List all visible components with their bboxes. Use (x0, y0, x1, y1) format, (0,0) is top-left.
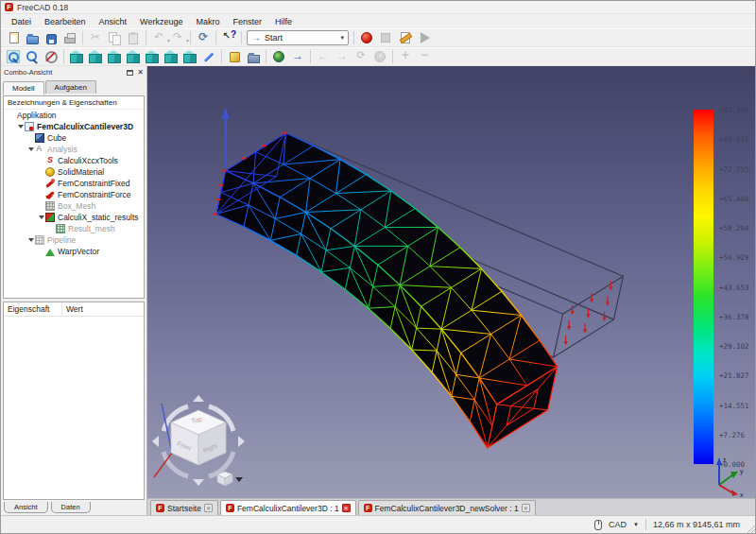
close-tab-icon[interactable]: ✕ (342, 504, 351, 512)
macro-edit-icon (401, 32, 410, 43)
view-axonometric-button[interactable] (67, 48, 86, 65)
mdi-tab-0[interactable]: FStartseite✕ (150, 500, 218, 515)
tree-item-box_mesh[interactable]: Box_Mesh (4, 200, 144, 212)
chevron-down-icon[interactable] (37, 215, 45, 219)
mdi-tab-1[interactable]: FFemCalculixCantilever3D : 1✕ (220, 500, 356, 515)
nav-forward-icon (335, 50, 349, 63)
tab-aufgaben[interactable]: Aufgaben (45, 80, 96, 94)
redo-button[interactable] (168, 29, 187, 46)
view-right-button[interactable] (124, 48, 143, 65)
measure-button[interactable] (199, 48, 218, 65)
nav-stop-button[interactable] (370, 48, 389, 65)
menu-ansicht[interactable]: Ansicht (93, 16, 134, 27)
nav-style-caret-icon[interactable]: ▼ (633, 522, 639, 527)
nav-forward-button[interactable] (333, 48, 352, 65)
tab-daten[interactable]: Daten (51, 502, 91, 513)
print-button[interactable] (60, 29, 79, 46)
view-top-icon (108, 50, 121, 63)
view-bottom-button[interactable] (162, 48, 180, 65)
statusbar-separator (645, 519, 646, 530)
nav-back-button[interactable] (314, 48, 333, 65)
colorbar-label: +14.551 (719, 401, 749, 409)
chevron-down-icon[interactable] (16, 125, 25, 129)
menu-datei[interactable]: Datei (5, 16, 38, 27)
cut-button[interactable] (86, 29, 105, 46)
macro-play-button[interactable] (414, 29, 433, 46)
main-area: Combo-Ansicht ✕ Modell Aufgaben Bezeichn… (1, 66, 755, 515)
navigation-cube[interactable]: Top Front Right (151, 394, 246, 489)
view-rear-button[interactable] (143, 48, 162, 65)
menu-hilfe[interactable]: Hilfe (268, 16, 299, 27)
open-folder-button[interactable] (244, 48, 263, 65)
new-file-button[interactable] (4, 29, 23, 46)
nav-style-label[interactable]: CAD (609, 520, 627, 529)
web-home-button[interactable] (269, 48, 288, 65)
refresh-button[interactable] (194, 29, 213, 46)
pipeline-icon (35, 235, 44, 245)
x-axis (719, 485, 733, 493)
tree-item-calculixccxtools[interactable]: CalculiXccxTools (4, 155, 144, 166)
zoom-select-button[interactable] (23, 48, 42, 65)
combo-view-titlebar: Combo-Ansicht ✕ (1, 66, 146, 78)
float-panel-icon[interactable] (127, 70, 133, 76)
close-tab-icon[interactable]: ✕ (204, 504, 213, 512)
tree-item-applikation[interactable]: Applikation (4, 110, 144, 121)
nav-cube-menu-caret[interactable] (235, 477, 243, 482)
colorbar-label: +58.204 (719, 224, 749, 233)
open-start-button[interactable] (225, 48, 244, 65)
close-tab-icon[interactable]: ✕ (522, 504, 530, 512)
menubar: DateiBearbeitenAnsichtWerkzeugeMakroFens… (1, 14, 755, 28)
nav-arrow-right[interactable] (238, 436, 245, 447)
tab-ansicht[interactable]: Ansicht (4, 502, 48, 513)
draw-style-button[interactable] (42, 48, 60, 65)
workbench-selector[interactable]: → Start ▾ (247, 30, 349, 45)
tree-header: Bezeichnungen & Eigenschaften (4, 96, 144, 110)
menu-fenster[interactable]: Fenster (226, 16, 268, 27)
chevron-down-icon: ▾ (340, 34, 344, 42)
mdi-tab-2[interactable]: FFemCalculixCantilever3D_newSolver : 1✕ (358, 500, 536, 515)
whats-this-button[interactable] (219, 29, 238, 46)
nav-arrow-left[interactable] (152, 436, 159, 447)
tree-item-analysis[interactable]: Analysis (4, 144, 144, 155)
tree-item-warpvector[interactable]: WarpVector (4, 246, 144, 257)
copy-button[interactable] (105, 29, 124, 46)
toolbar-standard (4, 29, 238, 46)
combo-view-tabs: Modell Aufgaben (1, 78, 146, 94)
close-panel-icon[interactable]: ✕ (137, 69, 144, 77)
view-left-button[interactable] (180, 48, 199, 65)
undo-button[interactable] (149, 29, 168, 46)
macro-edit-button[interactable] (395, 29, 414, 46)
macro-stop-button[interactable] (376, 29, 395, 46)
menu-werkzeuge[interactable]: Werkzeuge (133, 16, 189, 27)
menu-bearbeiten[interactable]: Bearbeiten (38, 16, 93, 27)
web-forward-button[interactable] (288, 48, 307, 65)
macro-record-button[interactable] (357, 29, 376, 46)
menu-makro[interactable]: Makro (189, 16, 226, 27)
3d-viewport[interactable]: +87.306+80.031+72.755+65.480+58.204+50.9… (147, 66, 755, 498)
paste-button[interactable] (124, 29, 143, 46)
draw-style-icon (44, 50, 58, 63)
tree-item-solidmaterial[interactable]: SolidMaterial (4, 166, 144, 178)
tree-item-result_mesh[interactable]: Result_mesh (4, 223, 144, 234)
tree-item-label: CalculiX_static_results (58, 213, 139, 222)
view-top-button[interactable] (105, 48, 124, 65)
view-front-button[interactable] (86, 48, 105, 65)
fit-all-button[interactable] (4, 48, 23, 65)
nav-arrow-up[interactable] (193, 395, 204, 402)
tree-item-femcalculixcantilever3d[interactable]: FemCalculixCantilever3D (4, 121, 144, 132)
chevron-down-icon[interactable] (26, 238, 35, 242)
tab-modell[interactable]: Modell (3, 81, 44, 95)
save-file-button[interactable] (42, 29, 60, 46)
nav-arrow-down[interactable] (193, 479, 204, 486)
tree-item-femconstraintfixed[interactable]: FemConstraintFixed (4, 178, 144, 189)
web-home-icon (273, 51, 284, 62)
zoom-out-button[interactable] (415, 48, 434, 65)
chevron-down-icon[interactable] (26, 147, 35, 151)
open-file-button[interactable] (23, 29, 42, 46)
nav-refresh-button[interactable] (352, 48, 370, 65)
tree-item-cube[interactable]: Cube (4, 132, 144, 144)
tree-item-pipeline[interactable]: Pipeline (4, 234, 144, 246)
tree-item-calculix_static_results[interactable]: CalculiX_static_results (4, 212, 144, 223)
zoom-in-button[interactable] (396, 48, 415, 65)
tree-item-femconstraintforce[interactable]: FemConstraintForce (4, 189, 144, 200)
